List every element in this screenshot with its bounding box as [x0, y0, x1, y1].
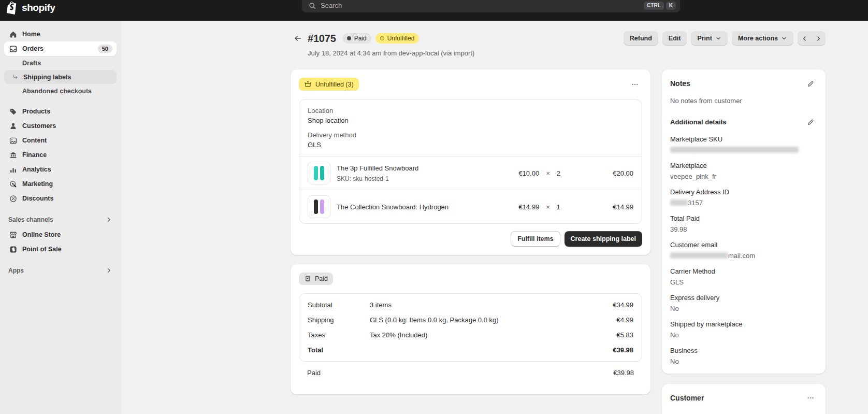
order-pager	[798, 31, 826, 46]
paid-amount-row: Paid €39.98	[299, 362, 642, 386]
detail-field: Shipped by marketplace No	[670, 320, 817, 339]
sidebar-item-analytics[interactable]: Analytics	[4, 162, 117, 177]
location-label: Location	[308, 107, 633, 115]
sidebar-item-label: Content	[22, 137, 47, 144]
print-button[interactable]: Print	[691, 31, 727, 46]
product-title-link[interactable]: The Collection Snowboard: Hydrogen	[337, 203, 449, 211]
open-circle-icon	[380, 36, 384, 40]
customer-menu-button[interactable]	[804, 392, 817, 404]
fulfillment-menu-button[interactable]	[628, 78, 642, 91]
sidebar-item-customers[interactable]: Customers	[4, 119, 117, 133]
sidebar-item-home[interactable]: Home	[4, 27, 117, 41]
sidebar-item-label: Discounts	[22, 195, 53, 202]
orders-count-badge: 50	[98, 45, 112, 53]
chevron-right-icon	[105, 267, 112, 274]
payment-row: Taxes Tax 20% (Included) €5.83	[299, 327, 642, 342]
sidebar-item-marketing[interactable]: Marketing	[4, 177, 117, 191]
search-shortcut: CTRL K	[644, 2, 676, 10]
finance-icon	[8, 150, 18, 160]
paid-badge: Paid	[299, 273, 333, 285]
search-placeholder: Search	[321, 2, 342, 10]
corner-down-right-icon	[10, 73, 20, 82]
sidebar-section-apps[interactable]: Apps	[4, 263, 117, 278]
previous-order-button[interactable]	[798, 31, 812, 46]
section-label: Apps	[8, 267, 24, 274]
filled-dot-icon	[347, 36, 351, 40]
quantity: 2	[557, 169, 560, 177]
sidebar-item-label: Drafts	[22, 60, 41, 67]
delivery-method-value: GLS	[308, 141, 633, 149]
sidebar-item-label: Home	[22, 31, 40, 38]
search-icon	[308, 2, 316, 10]
ctrl-key-badge: CTRL	[644, 2, 664, 10]
snowboard-graphic	[314, 166, 318, 180]
sidebar-item-products[interactable]: Products	[4, 104, 117, 119]
chevron-right-icon	[815, 35, 822, 42]
sidebar-section-sales-channels[interactable]: Sales channels	[4, 212, 117, 227]
notes-title: Notes	[670, 79, 690, 88]
sidebar-item-finance[interactable]: Finance	[4, 148, 117, 162]
delivery-method-label: Delivery method	[308, 131, 633, 139]
detail-field: Customer email mail.com	[670, 241, 817, 260]
line-total: €20.00	[567, 169, 633, 177]
marketing-icon	[8, 179, 18, 189]
line-total: €14.99	[567, 203, 633, 211]
multiply-sign: ×	[546, 169, 550, 177]
search-input[interactable]: Search CTRL K	[302, 0, 680, 12]
unfulfilled-status-badge: Unfulfilled	[375, 33, 419, 44]
next-order-button[interactable]	[812, 31, 826, 46]
sidebar-divider-gap	[4, 206, 117, 212]
edit-button[interactable]: Edit	[662, 31, 687, 46]
edit-additional-details-button[interactable]	[804, 116, 817, 127]
location-value: Shop location	[308, 117, 633, 124]
back-button[interactable]	[291, 31, 305, 46]
fulfill-items-button[interactable]: Fulfill items	[511, 231, 560, 247]
content-icon	[8, 136, 18, 145]
pencil-icon	[807, 118, 815, 126]
detail-field: Carrier Method GLS	[670, 267, 817, 286]
sidebar-item-online-store[interactable]: Online Store	[4, 227, 117, 242]
detail-field: Express delivery No	[670, 294, 817, 312]
fulfillment-details-box: Location Shop location Delivery method G…	[299, 99, 642, 224]
sidebar-item-label: Marketing	[22, 180, 53, 188]
product-thumbnail	[308, 162, 330, 184]
sidebar-item-abandoned-checkouts[interactable]: Abandoned checkouts	[4, 84, 117, 98]
create-shipping-label-button[interactable]: Create shipping label	[565, 231, 642, 247]
order-header: #1075 Paid Unfulfilled Refund Edit Print	[291, 31, 826, 57]
sidebar-item-content[interactable]: Content	[4, 133, 117, 148]
shopify-wordmark: shopify	[22, 2, 55, 13]
pencil-icon	[807, 80, 815, 88]
payment-summary-box: Subtotal 3 items €34.99 Shipping GLS (0.…	[299, 293, 642, 362]
additional-details-title: Additional details	[670, 118, 726, 126]
orders-icon	[8, 44, 18, 53]
discounts-icon	[8, 194, 18, 203]
sidebar-nav: Home Orders 50 Drafts Shipping labels Ab…	[0, 21, 121, 414]
sidebar-item-orders[interactable]: Orders 50	[4, 41, 117, 56]
main-area: #1075 Paid Unfulfilled Refund Edit Print	[121, 21, 868, 414]
horizontal-dots-icon	[631, 80, 639, 89]
receipt-icon	[304, 275, 311, 282]
sidebar-item-discounts[interactable]: Discounts	[4, 191, 117, 206]
detail-field: Total Paid 39.98	[670, 215, 817, 233]
unfulfilled-count-badge: Unfulfilled (3)	[299, 78, 359, 91]
product-title-link[interactable]: The 3p Fulfilled Snowboard	[337, 164, 418, 172]
header-actions: Refund Edit Print More actions	[624, 31, 826, 46]
more-actions-button[interactable]: More actions	[732, 31, 793, 46]
sidebar-divider-gap	[4, 98, 117, 104]
sidebar-item-drafts[interactable]: Drafts	[4, 56, 117, 70]
chevron-down-icon	[781, 35, 787, 41]
customer-card: Customer	[662, 384, 826, 414]
refund-button[interactable]: Refund	[624, 31, 658, 46]
point-of-sale-icon	[8, 245, 18, 254]
paid-status-badge: Paid	[342, 33, 371, 44]
sidebar-item-label: Orders	[22, 45, 44, 52]
edit-notes-button[interactable]	[804, 78, 817, 89]
line-item-row: The 3p Fulfilled Snowboard SKU: sku-host…	[299, 156, 642, 190]
chevron-right-icon	[105, 216, 112, 223]
snowboard-graphic	[320, 166, 324, 180]
sidebar-item-label: Analytics	[22, 166, 51, 173]
sidebar-item-point-of-sale[interactable]: Point of Sale	[4, 242, 117, 256]
sidebar-item-shipping-labels[interactable]: Shipping labels	[4, 70, 117, 84]
snowboard-graphic	[314, 199, 318, 214]
k-key-badge: K	[666, 2, 676, 10]
